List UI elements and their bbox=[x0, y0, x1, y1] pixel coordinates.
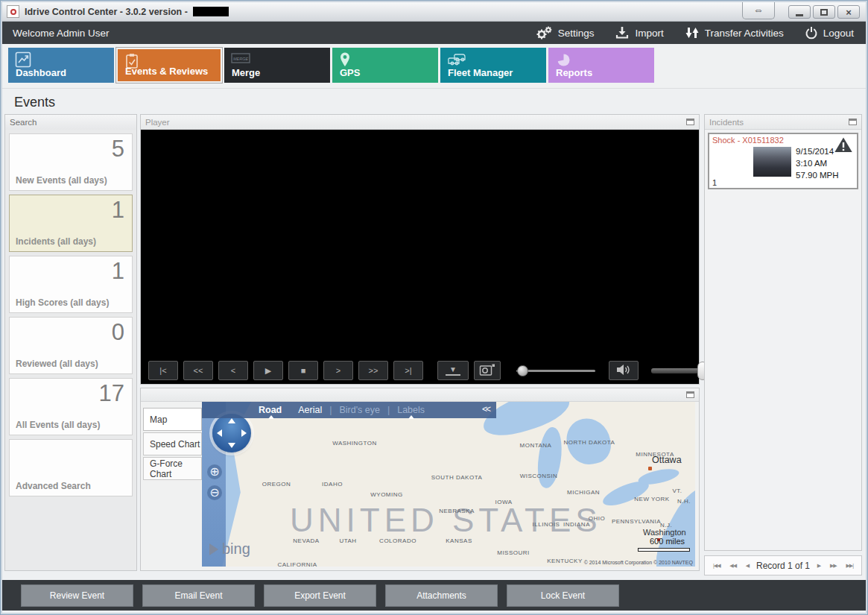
collapse-viewbar-button[interactable]: << bbox=[482, 404, 490, 414]
mute-button[interactable] bbox=[609, 361, 639, 380]
review-event-button[interactable]: Review Event bbox=[21, 584, 133, 607]
tab-gps[interactable]: GPS bbox=[332, 48, 438, 83]
settings-button[interactable]: Settings bbox=[535, 25, 595, 40]
incidents-panel-header: Incidents bbox=[705, 115, 861, 130]
video-display[interactable] bbox=[141, 130, 699, 357]
card-label: New Events (all days) bbox=[16, 175, 107, 186]
map-tab-map[interactable]: Map bbox=[143, 408, 202, 431]
search-card-all-events-all-days[interactable]: 17All Events (all days) bbox=[9, 378, 133, 435]
download-icon: ▼ bbox=[446, 365, 460, 376]
email-event-button[interactable]: Email Event bbox=[142, 584, 255, 607]
pan-south-icon bbox=[228, 443, 235, 448]
map-copyright: © 2014 Microsoft Corporation © 2010 NAVT… bbox=[584, 560, 693, 565]
collapse-panel-icon[interactable] bbox=[686, 119, 694, 125]
view-option-road[interactable]: Road bbox=[259, 405, 282, 415]
export-event-button[interactable]: Export Event bbox=[264, 584, 376, 607]
page-title: Events bbox=[14, 95, 55, 110]
view-separator: | bbox=[387, 405, 390, 415]
maximize-button[interactable] bbox=[813, 5, 835, 19]
next-record-button[interactable]: ▶ bbox=[815, 563, 823, 569]
rewind-button[interactable]: << bbox=[183, 361, 213, 380]
volume-slider[interactable] bbox=[651, 368, 708, 373]
import-button[interactable]: Import bbox=[615, 25, 663, 40]
attachments-button[interactable]: Attachments bbox=[385, 584, 498, 607]
play-button[interactable]: ▶ bbox=[253, 361, 283, 380]
tab-dashboard[interactable]: Dashboard bbox=[8, 48, 114, 83]
city-dot-ottawa bbox=[648, 467, 652, 470]
map-compass-control[interactable] bbox=[212, 414, 251, 452]
zoom-in-button[interactable]: ⊕ bbox=[207, 464, 222, 479]
prev-record-button[interactable]: ◀ bbox=[744, 563, 751, 569]
power-icon bbox=[805, 25, 818, 40]
next-page-button[interactable]: ▶▶ bbox=[828, 563, 839, 569]
state-label-iowa: Iowa bbox=[495, 499, 512, 505]
incident-card[interactable]: Shock - X01511832 9/15/2014 3:10 AM 57.9… bbox=[708, 133, 858, 189]
seek-slider-thumb[interactable] bbox=[517, 365, 528, 376]
search-card-advanced-search[interactable]: Advanced Search bbox=[9, 439, 133, 496]
lock-event-button[interactable]: Lock Event bbox=[507, 584, 619, 607]
app-window: Idrive Control Center - 3.0.2 version - … bbox=[0, 0, 868, 615]
search-card-incidents-all-days[interactable]: 1Incidents (all days) bbox=[9, 195, 133, 252]
view-option-aerial[interactable]: Aerial bbox=[298, 405, 322, 415]
prev-page-button[interactable]: ◀◀ bbox=[727, 563, 738, 569]
skip-to-end-button[interactable]: >| bbox=[393, 361, 423, 380]
map-view-bar: RoadAerial|Bird's eye|Labels<< bbox=[202, 402, 496, 418]
player-panel-title: Player bbox=[145, 118, 170, 127]
state-label-kentucky: Kentucky bbox=[547, 558, 583, 564]
tab-merge[interactable]: MERGEMerge bbox=[224, 48, 330, 83]
player-panel-header: Player bbox=[141, 115, 699, 130]
speaker-icon bbox=[615, 364, 632, 377]
step-forward-button[interactable]: > bbox=[323, 361, 353, 380]
incident-count: 1 bbox=[712, 178, 717, 187]
search-card-new-events-all-days[interactable]: 5New Events (all days) bbox=[9, 133, 133, 191]
settings-label: Settings bbox=[558, 28, 595, 39]
state-label-illinois: Illinois bbox=[533, 521, 560, 528]
search-card-reviewed-all-days[interactable]: 0Reviewed (all days) bbox=[9, 317, 133, 374]
road-camera-thumbnail bbox=[712, 147, 753, 177]
record-navigator: |◀◀◀◀◀Record 1 of 1▶▶▶▶▶| bbox=[704, 555, 862, 575]
collapse-panel-icon[interactable] bbox=[686, 391, 694, 398]
state-label-wisconsin: Wisconsin bbox=[520, 473, 558, 479]
step-back-button[interactable]: < bbox=[218, 361, 248, 380]
collapse-panel-icon[interactable] bbox=[849, 119, 857, 125]
resize-button[interactable]: ⇔ bbox=[742, 2, 775, 19]
state-label-idaho: Idaho bbox=[322, 481, 343, 488]
state-label-oregon: Oregon bbox=[262, 481, 291, 488]
skip-to-start-button[interactable]: |< bbox=[148, 361, 178, 380]
last-record-button[interactable]: ▶▶| bbox=[843, 563, 855, 569]
download-button[interactable]: ▼ bbox=[437, 361, 469, 380]
warning-icon bbox=[834, 136, 853, 156]
lake-ontario bbox=[637, 466, 680, 487]
app-icon bbox=[7, 5, 19, 18]
close-button[interactable]: × bbox=[837, 5, 860, 19]
tab-reports[interactable]: Reports bbox=[548, 48, 654, 83]
map-canvas[interactable]: UNITED STATES WashingtonMontanaNorth Dak… bbox=[202, 402, 695, 567]
transfer-activities-button[interactable]: Transfer Activities bbox=[685, 25, 784, 40]
tab-fleet-manager[interactable]: Fleet Manager bbox=[440, 48, 546, 83]
map-tab-speed-chart[interactable]: Speed Chart bbox=[143, 432, 202, 455]
fast-forward-button[interactable]: >> bbox=[358, 361, 388, 380]
tab-events-reviews[interactable]: Events & Reviews bbox=[116, 48, 222, 83]
minimize-button[interactable] bbox=[788, 5, 811, 19]
title-redaction bbox=[193, 7, 229, 16]
stop-button[interactable]: ■ bbox=[288, 361, 318, 380]
view-option-bird-s-eye[interactable]: Bird's eye bbox=[339, 405, 380, 415]
title-bar: Idrive Control Center - 3.0.2 version - … bbox=[2, 2, 866, 22]
tab-label: GPS bbox=[340, 67, 360, 78]
view-option-labels[interactable]: Labels bbox=[397, 405, 425, 415]
footer-action-bar: Review EventEmail EventExport EventAttac… bbox=[2, 580, 866, 611]
logout-button[interactable]: Logout bbox=[805, 25, 854, 40]
selected-view-marker bbox=[408, 415, 414, 419]
first-record-button[interactable]: |◀◀ bbox=[711, 563, 723, 569]
zoom-out-button[interactable]: ⊖ bbox=[207, 485, 222, 500]
snapshot-button[interactable] bbox=[474, 361, 501, 380]
search-card-high-scores-all-days[interactable]: 1High Scores (all days) bbox=[9, 256, 133, 313]
incident-date: 9/15/2014 bbox=[796, 145, 839, 157]
map-tab-g-force-chart[interactable]: G-Force Chart bbox=[143, 457, 202, 480]
card-label: Advanced Search bbox=[16, 481, 91, 491]
tab-label: Fleet Manager bbox=[448, 67, 513, 78]
state-label-california: California bbox=[277, 561, 317, 567]
bing-logo-text: bing bbox=[222, 540, 250, 558]
seek-slider[interactable] bbox=[516, 370, 595, 372]
minimize-icon bbox=[796, 14, 803, 16]
